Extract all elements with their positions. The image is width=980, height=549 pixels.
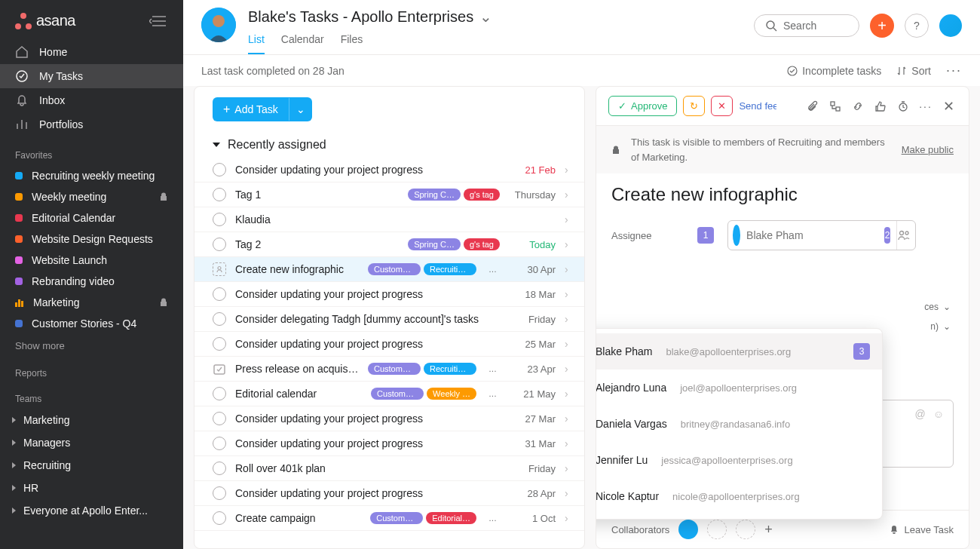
tag-pill[interactable]: Custome…	[371, 388, 424, 400]
global-add-button[interactable]: +	[870, 14, 894, 38]
chevron-right-icon[interactable]: ›	[565, 388, 577, 400]
task-row[interactable]: Consider updating your project progress3…	[194, 431, 584, 456]
chevron-right-icon[interactable]: ›	[565, 288, 577, 300]
more-tags-icon[interactable]: …	[485, 363, 500, 375]
complete-checkbox[interactable]	[213, 287, 226, 301]
link-icon[interactable]	[850, 100, 866, 112]
task-row[interactable]: Create campaignCustome…Editorial……1 Oct›	[194, 506, 584, 531]
team-item[interactable]: Managers	[0, 431, 183, 454]
task-row[interactable]: Consider updating your project progress2…	[194, 406, 584, 431]
sidebar-favorite-item[interactable]: Rebranding video	[0, 271, 183, 292]
chevron-right-icon[interactable]: ›	[565, 164, 577, 176]
show-more-link[interactable]: Show more	[0, 334, 183, 357]
sidebar-favorite-item[interactable]: Editorial Calendar	[0, 207, 183, 228]
approve-button[interactable]: ✓Approve	[608, 96, 677, 116]
followers-icon[interactable]	[896, 221, 911, 250]
section-heading[interactable]: Recently assigned	[194, 132, 584, 158]
complete-checkbox[interactable]	[213, 238, 226, 251]
chevron-right-icon[interactable]: ›	[565, 437, 577, 449]
person-option[interactable]: Nicole Kapturnicole@apolloenterprises.or…	[596, 478, 882, 514]
sidebar-favorite-item[interactable]: Customer Stories - Q4	[0, 313, 183, 334]
complete-checkbox[interactable]	[213, 486, 226, 500]
more-actions-button[interactable]: ···	[946, 63, 962, 78]
task-row[interactable]: Consider updating your project progress1…	[194, 282, 584, 307]
task-row[interactable]: Press release on acquisitionCustome…Recr…	[194, 357, 584, 382]
approval-icon[interactable]	[213, 362, 226, 376]
complete-checkbox[interactable]	[213, 188, 226, 201]
task-row[interactable]: Editorial calendarCustome…Weekly ……21 Ma…	[194, 382, 584, 406]
tag-pill[interactable]: Spring C…	[408, 189, 461, 201]
tag-pill[interactable]: Recruitin…	[424, 363, 476, 375]
team-item[interactable]: Recruiting	[0, 454, 183, 477]
tag-pill[interactable]: g's tag	[464, 238, 500, 250]
more-tags-icon[interactable]: …	[485, 388, 500, 400]
tag-pill[interactable]: Custome…	[368, 263, 421, 275]
complete-checkbox[interactable]	[213, 213, 226, 226]
reject-button[interactable]: ✕	[711, 96, 733, 116]
chevron-right-icon[interactable]: ›	[565, 487, 577, 499]
team-item[interactable]: Everyone at Apollo Enter...	[0, 499, 183, 522]
collaborator-placeholder[interactable]	[707, 520, 727, 539]
complete-checkbox[interactable]	[213, 337, 226, 351]
sidebar-favorite-item[interactable]: Marketing	[0, 292, 183, 313]
task-row[interactable]: Tag 2Spring C…g's tagToday›	[194, 232, 584, 257]
collapse-sidebar-icon[interactable]	[149, 14, 168, 29]
title-chevron-icon[interactable]: ⌄	[479, 8, 492, 26]
tag-pill[interactable]: Spring C…	[408, 238, 461, 250]
request-changes-button[interactable]: ↻	[683, 96, 705, 116]
task-row[interactable]: Create new infographicCustome…Recruitin……	[194, 257, 584, 282]
task-row[interactable]: Consider updating your project progress2…	[194, 158, 584, 182]
tab-files[interactable]: Files	[341, 29, 363, 54]
owner-avatar[interactable]	[201, 8, 236, 42]
team-item[interactable]: Marketing	[0, 409, 183, 431]
assign-icon[interactable]	[213, 262, 226, 276]
sidebar-favorite-item[interactable]: Weekly meeting	[0, 186, 183, 207]
more-icon[interactable]: ···	[917, 100, 934, 112]
tag-pill[interactable]: Recruitin…	[424, 263, 476, 275]
nav-home[interactable]: Home	[0, 40, 183, 64]
like-icon[interactable]	[872, 100, 889, 112]
chevron-right-icon[interactable]: ›	[565, 263, 577, 275]
team-item[interactable]: HR	[0, 477, 183, 499]
chevron-right-icon[interactable]: ›	[565, 338, 577, 350]
tag-pill[interactable]: Custome…	[370, 512, 423, 524]
filter-incomplete[interactable]: Incomplete tasks	[787, 65, 881, 77]
help-button[interactable]: ?	[905, 14, 929, 38]
task-title[interactable]: Create new infographic	[596, 173, 969, 216]
chevron-right-icon[interactable]: ›	[565, 313, 577, 325]
task-row[interactable]: Consider updating your project progress2…	[194, 332, 584, 357]
nav-portfolios[interactable]: Portfolios	[0, 112, 183, 136]
tag-pill[interactable]: Weekly …	[427, 388, 476, 400]
make-public-link[interactable]: Make public	[902, 144, 954, 155]
complete-checkbox[interactable]	[213, 462, 226, 475]
collaborator-avatar[interactable]	[678, 520, 698, 539]
complete-checkbox[interactable]	[213, 163, 226, 176]
task-row[interactable]: Consider updating your project progress2…	[194, 481, 584, 506]
complete-checkbox[interactable]	[213, 387, 226, 400]
close-icon[interactable]: ✕	[940, 98, 957, 115]
chevron-down-icon[interactable]: ⌄	[943, 321, 951, 332]
person-option[interactable]: Jennifer Lujessica@apolloenterprises.org	[596, 442, 882, 478]
mention-icon[interactable]: @	[914, 408, 925, 420]
chevron-right-icon[interactable]: ›	[565, 189, 577, 201]
leave-task-button[interactable]: Leave Task	[889, 524, 954, 535]
add-task-button[interactable]: +Add Task ⌄	[213, 97, 312, 121]
task-row[interactable]: Tag 1Spring C…g's tagThursday›	[194, 182, 584, 207]
tag-pill[interactable]: Editorial…	[426, 512, 476, 524]
tab-list[interactable]: List	[248, 29, 265, 54]
chevron-right-icon[interactable]: ›	[565, 462, 577, 474]
chevron-right-icon[interactable]: ›	[565, 512, 577, 524]
timer-icon[interactable]	[895, 100, 911, 112]
send-feedback-link[interactable]: Send feedback	[739, 100, 776, 112]
tag-pill[interactable]: Custome…	[368, 363, 421, 375]
add-task-dropdown-icon[interactable]: ⌄	[289, 98, 312, 121]
chevron-right-icon[interactable]: ›	[565, 238, 577, 250]
tab-calendar[interactable]: Calendar	[281, 29, 324, 54]
nav-inbox[interactable]: Inbox	[0, 88, 183, 112]
subtask-icon[interactable]	[827, 100, 844, 112]
logo[interactable]: asana	[15, 12, 75, 29]
sidebar-favorite-item[interactable]: Recruiting weekly meeting	[0, 165, 183, 186]
collaborator-placeholder[interactable]	[736, 520, 755, 539]
emoji-icon[interactable]: ☺	[933, 408, 944, 420]
assignee-field[interactable]	[746, 229, 878, 241]
